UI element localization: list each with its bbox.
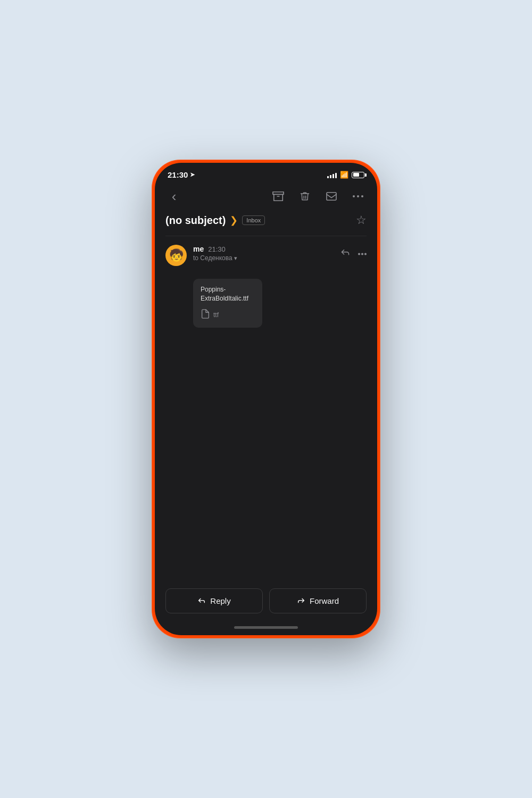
time-text: 21:30 [168, 170, 188, 179]
content-spacer [155, 338, 377, 581]
star-icon: ☆ [356, 213, 367, 227]
email-actions [340, 245, 367, 266]
mark-button[interactable] [323, 188, 340, 205]
attachment-file-row: ttf [201, 309, 255, 321]
avatar: 🧒 [165, 245, 187, 266]
battery-icon [352, 172, 364, 178]
subject-title: (no subject) [165, 214, 226, 227]
toolbar-left: ‹ [165, 188, 182, 205]
subject-left: (no subject) ❯ Inbox [165, 214, 265, 227]
svg-point-6 [358, 253, 360, 255]
forward-label: Forward [310, 596, 339, 605]
home-bar [234, 626, 298, 629]
home-indicator [155, 622, 377, 635]
svg-point-7 [361, 253, 363, 255]
attachment-ext: ttf [213, 311, 219, 319]
phone-screen: 21:30 ➤ 📶 ‹ [155, 163, 377, 635]
delete-button[interactable] [296, 188, 313, 205]
file-icon [201, 309, 210, 321]
attachment-filename: Poppins-ExtraBoldItalic.ttf [201, 285, 255, 303]
reply-label: Reply [210, 596, 230, 605]
status-bar: 21:30 ➤ 📶 [155, 163, 377, 184]
archive-button[interactable] [270, 188, 287, 205]
svg-point-5 [361, 195, 363, 197]
chevron-icon: ❯ [230, 214, 238, 226]
more-icon-button[interactable] [358, 247, 367, 258]
reply-button[interactable]: Reply [165, 588, 263, 613]
expand-icon[interactable]: ▾ [234, 255, 237, 262]
inbox-badge[interactable]: Inbox [242, 215, 265, 225]
svg-point-4 [357, 195, 359, 197]
svg-point-3 [353, 195, 355, 197]
divider [165, 236, 367, 236]
svg-rect-2 [327, 193, 336, 200]
signal-icon [327, 172, 337, 178]
attachment-card[interactable]: Poppins-ExtraBoldItalic.ttf ttf [193, 279, 262, 328]
attachment-area: Poppins-ExtraBoldItalic.ttf ttf [155, 275, 377, 338]
wifi-icon: 📶 [340, 171, 348, 179]
subject-line: (no subject) ❯ Inbox ☆ [155, 211, 377, 236]
email-item: 🧒 me 21:30 to Седенкова ▾ [155, 243, 377, 275]
svg-rect-0 [273, 192, 284, 195]
svg-point-8 [364, 253, 367, 255]
back-button[interactable]: ‹ [165, 188, 182, 205]
toolbar-right [270, 188, 367, 205]
email-time: 21:30 [208, 245, 226, 253]
email-sender: me [193, 245, 204, 253]
bottom-actions: Reply Forward [155, 581, 377, 622]
email-to: to Седенкова ▾ [193, 254, 334, 262]
forward-button[interactable]: Forward [269, 588, 367, 613]
reply-icon-button[interactable] [340, 247, 351, 259]
email-sender-row: me 21:30 [193, 245, 334, 253]
forward-btn-icon [297, 596, 305, 606]
phone-frame: 21:30 ➤ 📶 ‹ [152, 160, 380, 638]
star-button[interactable]: ☆ [356, 213, 367, 227]
location-icon: ➤ [190, 171, 195, 178]
email-meta: me 21:30 to Седенкова ▾ [193, 245, 334, 266]
status-icons: 📶 [327, 171, 364, 179]
reply-btn-icon [197, 596, 206, 606]
status-time: 21:30 ➤ [168, 170, 195, 179]
email-toolbar: ‹ [155, 184, 377, 211]
more-button[interactable] [350, 188, 367, 205]
